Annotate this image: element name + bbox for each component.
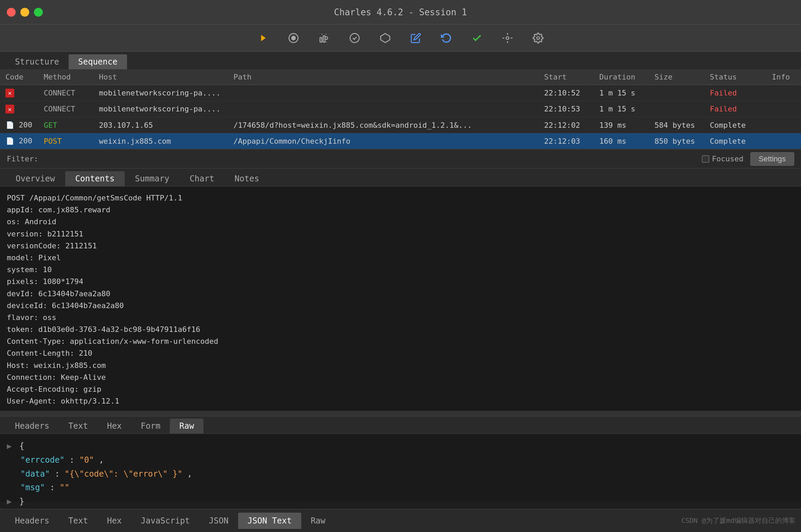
request-line: version: b2112151 [7, 228, 794, 240]
col-header-status: Status [704, 69, 766, 85]
svg-rect-3 [323, 36, 325, 42]
horizontal-scrollbar[interactable] [0, 411, 801, 416]
compose-icon[interactable] [409, 31, 423, 45]
filter-label: Filter: [7, 155, 38, 163]
request-line: model: Pixel [7, 252, 794, 264]
col-header-duration: Duration [594, 69, 649, 85]
json-line-3: "data" : "{\"code\": \"error\" }" , [7, 467, 794, 481]
col-header-method: Method [38, 69, 94, 85]
json-line-1: ▶ { [7, 439, 794, 453]
tab-summary[interactable]: Summary [125, 171, 179, 186]
stop-icon[interactable] [378, 31, 392, 45]
request-line: devId: 6c13404b7aea2a80 [7, 288, 794, 300]
bottom-tabs: Headers Text Hex JavaScript JSON JSON Te… [0, 509, 801, 532]
doc-icon: 📄 [5, 121, 14, 129]
response-tab-raw[interactable]: Raw [170, 419, 203, 433]
table-row[interactable]: 📄 200 POST weixin.jx885.com /Appapi/Comm… [0, 133, 801, 149]
response-tab-headers[interactable]: Headers [5, 419, 59, 433]
tab-notes[interactable]: Notes [225, 171, 269, 186]
table-row[interactable]: 📄 200 GET 203.107.1.65 /174658/d?host=we… [0, 117, 801, 133]
arrow-icon[interactable] [256, 31, 270, 45]
svg-point-1 [291, 36, 296, 40]
top-section: Structure Sequence Code Method Host Path… [0, 52, 801, 149]
request-line: system: 10 [7, 264, 794, 276]
gear-icon[interactable] [531, 31, 545, 45]
request-line: appId: com.jx885.reward [7, 204, 794, 216]
request-line: Host: weixin.jx885.com [7, 359, 794, 371]
request-line: User-Agent: okhttp/3.12.1 [7, 395, 794, 407]
bottom-tab-json-text[interactable]: JSON Text [238, 513, 301, 529]
doc-icon: 📄 [5, 137, 14, 145]
sequence-tab[interactable]: Sequence [69, 54, 127, 69]
focused-checkbox-label: Focused [702, 155, 744, 163]
request-line: Content-Length: 210 [7, 347, 794, 359]
svg-point-11 [537, 37, 539, 39]
request-line: flavor: oss [7, 312, 794, 323]
col-header-code: Code [0, 69, 38, 85]
view-tabs: Structure Sequence [0, 52, 801, 69]
col-header-info: Info [766, 69, 801, 85]
settings-button[interactable]: Settings [750, 152, 795, 166]
filter-right: Focused Settings [702, 152, 794, 166]
table-row[interactable]: ✕ CONNECT mobilenetworkscoring-pa.... 22… [0, 101, 801, 117]
bottom-tab-text[interactable]: Text [59, 513, 97, 529]
request-line: token: d1b03e0d-3763-4a32-bc98-9b47911a6… [7, 323, 794, 335]
minimize-button[interactable] [20, 8, 29, 17]
col-header-path: Path [228, 69, 538, 85]
window-title: Charles 4.6.2 - Session 1 [334, 7, 467, 17]
response-tabs: Headers Text Hex Form Raw [0, 416, 801, 434]
request-content: POST /Appapi/Common/getSmsCode HTTP/1.1 … [0, 187, 801, 411]
json-area: ▶ { "errcode" : "0" , "data" : "{\"code\… [0, 434, 801, 502]
svg-rect-2 [320, 37, 322, 42]
error-icon: ✕ [5, 89, 14, 97]
table-row[interactable]: ✕ CONNECT mobilenetworkscoring-pa.... 22… [0, 85, 801, 101]
col-header-start: Start [539, 69, 594, 85]
request-line: pixels: 1080*1794 [7, 276, 794, 287]
json-line-5: ▶ } [7, 495, 794, 509]
close-button[interactable] [7, 8, 16, 17]
record-icon[interactable] [287, 31, 300, 45]
tab-contents[interactable]: Contents [65, 171, 125, 186]
response-tab-hex[interactable]: Hex [97, 419, 131, 433]
bottom-tab-raw[interactable]: Raw [301, 513, 335, 529]
bottom-tab-json[interactable]: JSON [199, 513, 238, 529]
response-tab-text[interactable]: Text [59, 419, 97, 433]
tools-icon[interactable] [501, 31, 514, 45]
svg-point-6 [506, 37, 509, 39]
svg-marker-5 [381, 33, 390, 42]
throttle-icon[interactable] [317, 31, 331, 45]
maximize-button[interactable] [34, 8, 43, 17]
bottom-tab-headers[interactable]: Headers [5, 513, 59, 529]
tab-overview[interactable]: Overview [5, 171, 65, 186]
titlebar: Charles 4.6.2 - Session 1 [0, 0, 801, 24]
content-tabs: Overview Contents Summary Chart Notes [0, 169, 801, 187]
request-line: versionCode: 2112151 [7, 240, 794, 252]
request-line: Content-Type: application/x-www-form-url… [7, 335, 794, 347]
response-tab-form[interactable]: Form [131, 419, 170, 433]
checkmark-icon[interactable] [470, 31, 484, 45]
error-icon: ✕ [5, 105, 14, 113]
json-line-4: "msg" : "" [7, 481, 794, 495]
breakpoint-icon[interactable] [348, 31, 361, 45]
filter-input[interactable] [45, 155, 695, 163]
request-line: deviceId: 6c13404b7aea2a80 [7, 300, 794, 312]
tab-chart[interactable]: Chart [179, 171, 224, 186]
request-line: Connection: Keep-Alive [7, 371, 794, 383]
col-header-size: Size [649, 69, 705, 85]
request-line [7, 407, 794, 411]
request-line: os: Android [7, 216, 794, 228]
structure-tab[interactable]: Structure [5, 54, 69, 69]
json-line-2: "errcode" : "0" , [7, 453, 794, 467]
refresh-icon[interactable] [440, 31, 453, 45]
bottom-tab-javascript[interactable]: JavaScript [131, 513, 199, 529]
focused-checkbox[interactable] [702, 155, 709, 163]
bottom-tab-hex[interactable]: Hex [97, 513, 131, 529]
traffic-lights [7, 8, 43, 17]
svg-point-4 [325, 37, 328, 39]
toolbar [0, 24, 801, 52]
request-table: Code Method Host Path Start Duration Siz… [0, 69, 801, 149]
bottom-right-text: CSDN @为了媛md编辑器对自己的博客 [681, 516, 796, 525]
request-line: Accept-Encoding: gzip [7, 383, 794, 395]
content-panel: Overview Contents Summary Chart Notes PO… [0, 169, 801, 502]
filter-bar: Filter: Focused Settings [0, 149, 801, 169]
